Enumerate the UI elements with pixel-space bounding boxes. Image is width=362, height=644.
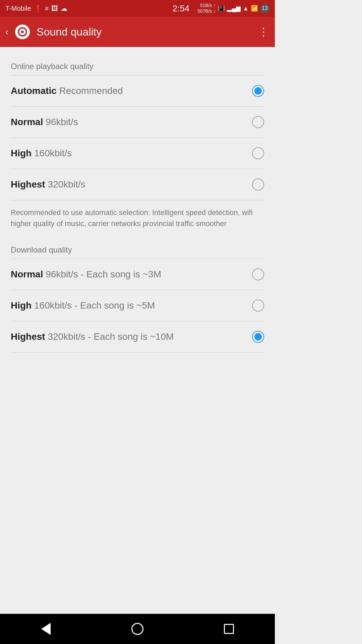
download-normal-bold: Normal: [11, 269, 43, 279]
download-normal-option[interactable]: Normal 96kbit/s - Each song is ~3M: [0, 259, 275, 290]
download-normal-light: 96kbit/s - Each song is ~3M: [46, 269, 161, 279]
download-high-bold: High: [11, 300, 32, 311]
online-highest-bold: Highest: [11, 179, 45, 190]
recent-square-icon: [224, 624, 234, 634]
online-automatic-bold: Automatic: [11, 86, 57, 96]
online-automatic-option[interactable]: Automatic Recommended: [0, 75, 275, 106]
network-bars-icon: 📶: [251, 5, 258, 12]
online-highest-light: 320kbit/s: [48, 179, 85, 190]
wifi-icon: ▲: [243, 5, 249, 12]
download-quality-section: Download quality Normal 96kbit/s - Each …: [0, 237, 275, 353]
back-triangle-icon: [41, 623, 51, 635]
download-high-light: 160kbit/s - Each song is ~5M: [34, 300, 155, 311]
signal-icon: ▂▄▆: [227, 5, 241, 12]
vibrate-icon: 📳: [218, 5, 225, 12]
divider-7: [11, 352, 264, 353]
download-quality-header: Download quality: [0, 237, 275, 259]
download-high-label: High 160kbit/s - Each song is ~5M: [11, 300, 252, 311]
content-area: Online playback quality Automatic Recomm…: [0, 47, 275, 614]
online-normal-light: 96kbit/s: [46, 117, 78, 127]
back-button[interactable]: ‹: [5, 26, 8, 37]
online-playback-description: Recommended to use automatic selection: …: [0, 200, 275, 237]
online-playback-section: Online playback quality Automatic Recomm…: [0, 54, 275, 237]
download-high-option[interactable]: High 160kbit/s - Each song is ~5M: [0, 290, 275, 321]
online-highest-radio[interactable]: [252, 178, 264, 191]
online-high-light: 160kbit/s: [34, 148, 72, 158]
online-high-label: High 160kbit/s: [11, 148, 252, 159]
app-logo: [15, 24, 30, 39]
sim-icon: ≡: [45, 5, 49, 12]
network-speed: 51B/s ↑ 507B/s ↓: [197, 3, 216, 14]
page-title: Sound quality: [37, 26, 251, 38]
overflow-menu-button[interactable]: ⋮: [258, 25, 269, 38]
download-highest-light: 320kbit/s - Each song is ~10M: [48, 331, 174, 342]
download-highest-label: Highest 320kbit/s - Each song is ~10M: [11, 331, 252, 342]
download-normal-label: Normal 96kbit/s - Each song is ~3M: [11, 269, 252, 280]
online-high-bold: High: [11, 148, 32, 158]
online-playback-header: Online playback quality: [0, 54, 275, 75]
nav-back-button[interactable]: [33, 615, 59, 642]
download-high-radio[interactable]: [252, 300, 264, 312]
download-highest-radio[interactable]: [252, 331, 264, 343]
status-bar-left: T-Mobile ❗ ≡ 🖼 ☁: [5, 4, 67, 12]
online-automatic-label: Automatic Recommended: [11, 86, 252, 96]
time-display: 2:54: [173, 3, 190, 14]
soundcloud-icon: ☁: [61, 4, 67, 12]
online-highest-option[interactable]: Highest 320kbit/s: [0, 169, 275, 200]
exclamation-icon: ❗: [34, 4, 42, 12]
download-highest-bold: Highest: [11, 331, 45, 342]
toolbar: ‹ Sound quality ⋮: [0, 17, 275, 47]
status-bar: T-Mobile ❗ ≡ 🖼 ☁ 2:54 51B/s ↑ 507B/s ↓ 📳…: [0, 0, 275, 17]
home-circle-icon: [131, 623, 143, 635]
battery-icon: 13: [260, 4, 269, 13]
online-normal-radio[interactable]: [252, 116, 264, 128]
photo-icon: 🖼: [51, 5, 58, 12]
download-highest-option[interactable]: Highest 320kbit/s - Each song is ~10M: [0, 321, 275, 352]
online-highest-label: Highest 320kbit/s: [11, 179, 252, 190]
nav-home-button[interactable]: [124, 615, 151, 642]
online-high-option[interactable]: High 160kbit/s: [0, 138, 275, 169]
online-normal-bold: Normal: [11, 117, 43, 127]
download-normal-radio[interactable]: [252, 268, 264, 280]
bottom-navigation: [0, 614, 275, 644]
nav-recent-button[interactable]: [216, 615, 242, 642]
online-normal-label: Normal 96kbit/s: [11, 117, 252, 127]
status-bar-right: 51B/s ↑ 507B/s ↓ 📳 ▂▄▆ ▲ 📶 13: [197, 3, 269, 14]
online-automatic-radio[interactable]: [252, 85, 264, 97]
logo-icon: [18, 27, 27, 37]
carrier-label: T-Mobile: [5, 5, 31, 12]
online-high-radio[interactable]: [252, 147, 264, 159]
online-automatic-light: Recommended: [59, 86, 123, 96]
online-normal-option[interactable]: Normal 96kbit/s: [0, 107, 275, 138]
